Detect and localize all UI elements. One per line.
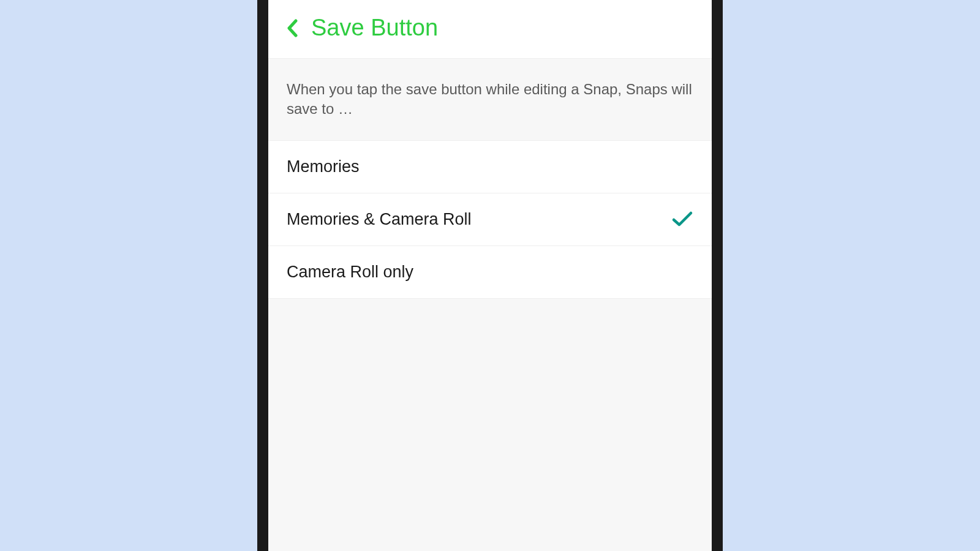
option-memories[interactable]: Memories <box>268 140 712 193</box>
page-title: Save Button <box>311 15 438 41</box>
option-label: Memories & Camera Roll <box>287 210 472 229</box>
back-button[interactable] <box>285 17 299 39</box>
chevron-left-icon <box>287 19 298 37</box>
option-label: Memories <box>287 157 360 176</box>
option-label: Camera Roll only <box>287 263 413 282</box>
option-camera-roll-only[interactable]: Camera Roll only <box>268 246 712 299</box>
header-bar: Save Button <box>268 0 712 59</box>
save-destination-options: Memories Memories & Camera Roll Camera R… <box>268 140 712 299</box>
empty-space <box>268 299 712 551</box>
settings-description: When you tap the save button while editi… <box>268 59 712 140</box>
device-frame: Save Button When you tap the save button… <box>257 0 723 551</box>
option-memories-and-camera-roll[interactable]: Memories & Camera Roll <box>268 193 712 246</box>
settings-screen: Save Button When you tap the save button… <box>268 0 712 551</box>
checkmark-icon <box>671 211 693 228</box>
